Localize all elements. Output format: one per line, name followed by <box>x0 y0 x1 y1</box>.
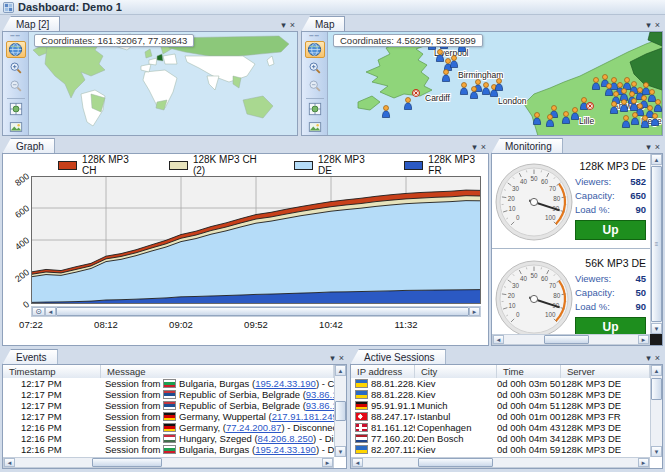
close-icon[interactable]: × <box>339 354 344 363</box>
column-header-time[interactable]: Time <box>497 365 561 378</box>
panel-menu-icon[interactable]: ▾ <box>472 143 477 152</box>
close-icon[interactable]: × <box>290 21 295 30</box>
column-header-timestamp[interactable]: Timestamp <box>3 365 101 378</box>
panel-menu-icon[interactable]: ▾ <box>646 143 651 152</box>
scroll-right-button[interactable]: ► <box>469 307 480 316</box>
scrollbar-thumb[interactable] <box>418 458 493 467</box>
session-row[interactable]: 95.91.91.12Munich0d 00h 04m 51s128K MP3 … <box>351 400 650 411</box>
panel-menu-icon[interactable]: ▾ <box>646 354 651 363</box>
panel-menu-icon[interactable]: ▾ <box>281 21 286 30</box>
event-row[interactable]: 12:17 PMSession from Germany, Wuppertal … <box>3 411 334 422</box>
tab-monitoring[interactable]: Monitoring <box>491 138 563 154</box>
offline-marker-icon[interactable] <box>413 90 420 97</box>
ip-link[interactable]: 84.206.8.250 <box>258 433 313 444</box>
scroll-left-button[interactable]: ◄ <box>493 335 504 344</box>
status-up-button[interactable]: Up <box>575 220 646 240</box>
tab-graph[interactable]: Graph <box>2 138 55 154</box>
scrollbar-thumb[interactable] <box>335 401 346 421</box>
ip-link[interactable]: 195.24.33.190 <box>255 378 316 389</box>
close-icon[interactable]: × <box>481 143 486 152</box>
column-header-city[interactable]: City <box>415 365 497 378</box>
scroll-up-button[interactable]: ▲ <box>651 365 662 376</box>
sessions-vscrollbar[interactable]: ▲ ▼ <box>650 365 662 457</box>
column-header-ip[interactable]: IP address <box>351 365 415 378</box>
city-label: Birmingham <box>458 70 503 80</box>
scrollbar-corner <box>650 334 662 345</box>
session-row[interactable]: 88.81.228.171Kiev0d 00h 03m 50s128K MP3 … <box>351 389 650 400</box>
events-hscrollbar[interactable]: ◄ ► <box>3 457 334 468</box>
toolbar-grip-icon[interactable]: ┅┅ <box>10 33 20 39</box>
scrollbar-thumb[interactable] <box>92 458 162 467</box>
ip-link[interactable]: 93.86.163.1 <box>306 389 334 400</box>
event-row[interactable]: 12:16 PMSession from Hungary, Szeged (84… <box>3 433 334 444</box>
event-row[interactable]: 12:16 PMSession from Bulgaria, Burgas (1… <box>3 444 334 455</box>
hu-flag-icon <box>163 434 176 443</box>
svg-text:70: 70 <box>549 185 557 192</box>
event-row[interactable]: 12:17 PMSession from Bulgaria, Burgas (1… <box>3 378 334 389</box>
scroll-up-button[interactable]: ▲ <box>651 154 662 165</box>
scroll-left-button[interactable]: ◄ <box>352 458 363 467</box>
monitoring-hscrollbar[interactable]: ◄ ► <box>492 334 650 345</box>
scrollbar-thumb[interactable] <box>651 378 662 400</box>
x-tick-label: 08:12 <box>94 319 118 330</box>
events-vscrollbar[interactable]: ▲ ▼ <box>334 365 346 457</box>
event-message: Session from Bulgaria, Burgas (195.24.33… <box>101 444 334 455</box>
session-row[interactable]: 88.247.174.218Istanbul0d 00h 01m 00s128K… <box>351 411 650 422</box>
europe-map[interactable]: LiverpoolBirminghamCardiffLondonLilleAnt… <box>328 32 662 135</box>
session-server: 128K MP3 DE <box>561 378 621 389</box>
session-row[interactable]: 88.81.228.171Kiev0d 00h 03m 50s128K MP3 … <box>351 378 650 389</box>
zoom-out-icon[interactable] <box>305 78 325 94</box>
close-icon[interactable]: × <box>655 21 660 30</box>
chart-scrollbar[interactable]: ⊙ ◄ ► <box>31 306 481 317</box>
column-header-server[interactable]: Server <box>561 365 650 378</box>
scroll-left-button[interactable]: ◄ <box>45 307 56 316</box>
scroll-reset-button[interactable]: ⊙ <box>32 307 45 316</box>
panel-menu-icon[interactable]: ▾ <box>330 354 335 363</box>
image-export-icon[interactable] <box>305 119 325 135</box>
stat-row: Viewers:45 <box>575 272 646 286</box>
offline-marker-icon[interactable] <box>587 103 594 110</box>
scrollbar-thumb[interactable] <box>56 307 469 316</box>
tab-events[interactable]: Events <box>2 349 58 365</box>
event-row[interactable]: 12:17 PMSession from Republic of Serbia,… <box>3 389 334 400</box>
globe-icon[interactable] <box>305 41 325 58</box>
zoom-out-icon[interactable] <box>6 78 26 94</box>
stat-value: 90 <box>635 203 646 217</box>
scroll-right-button[interactable]: ► <box>638 458 649 467</box>
session-row[interactable]: 77.160.202.224Den Bosch0d 00h 04m 34s128… <box>351 433 650 444</box>
globe-icon[interactable] <box>6 41 26 58</box>
toolbar-grip-icon[interactable]: ┅┅ <box>309 33 319 39</box>
scroll-right-button[interactable]: ► <box>638 335 649 344</box>
monitoring-vscrollbar[interactable]: ▲ ≡ ▼ <box>650 154 662 334</box>
ip-link[interactable]: 217.91.181.249 <box>272 411 334 422</box>
world-map[interactable] <box>29 32 297 135</box>
scroll-down-button[interactable]: ▼ <box>335 446 346 457</box>
image-export-icon[interactable] <box>6 119 26 135</box>
panel-menu-icon[interactable]: ▾ <box>646 21 651 30</box>
tab-map-world[interactable]: Map [2] <box>2 16 60 32</box>
fit-map-icon[interactable] <box>305 101 325 117</box>
session-row[interactable]: 81.161.129.201Copenhagen0d 00h 04m 43s12… <box>351 422 650 433</box>
ip-link[interactable]: 93.86.163.1 <box>306 400 334 411</box>
scroll-left-button[interactable]: ◄ <box>4 458 15 467</box>
ip-link[interactable]: 77.24.200.87 <box>226 422 281 433</box>
tab-active-sessions[interactable]: Active Sessions <box>350 349 446 365</box>
event-row[interactable]: 12:16 PMSession from Germany, (77.24.200… <box>3 422 334 433</box>
scrollbar-thumb[interactable] <box>544 335 589 344</box>
event-row[interactable]: 12:17 PMSession from Republic of Serbia,… <box>3 400 334 411</box>
column-header-message[interactable]: Message <box>101 365 334 378</box>
scroll-up-button[interactable]: ▲ <box>335 365 346 376</box>
ip-link[interactable]: 195.24.33.190 <box>255 444 316 455</box>
scroll-down-button[interactable]: ▼ <box>651 323 662 334</box>
scrollbar-thumb[interactable]: ≡ <box>651 166 662 322</box>
sessions-hscrollbar[interactable]: ◄ ► <box>351 457 650 468</box>
scroll-right-button[interactable]: ► <box>322 458 333 467</box>
zoom-in-icon[interactable] <box>305 60 325 76</box>
fit-map-icon[interactable] <box>6 101 26 117</box>
scroll-down-button[interactable]: ▼ <box>651 446 662 457</box>
zoom-in-icon[interactable] <box>6 60 26 76</box>
close-icon[interactable]: × <box>655 143 660 152</box>
close-icon[interactable]: × <box>655 354 660 363</box>
tab-map-europe[interactable]: Map <box>301 16 345 32</box>
session-row[interactable]: 82.207.112.43Kiev0d 00h 04m 59s128K MP3 … <box>351 444 650 454</box>
